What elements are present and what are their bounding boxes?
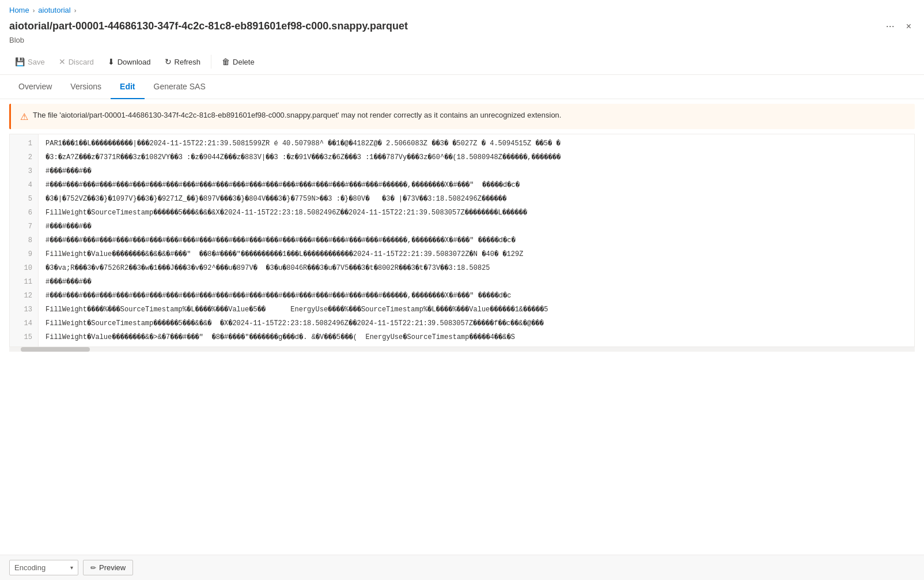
horizontal-scrollbar[interactable] <box>9 347 915 352</box>
code-line-9[interactable]: FillWeight�Value��������&�&�&�#���" ��8�… <box>39 247 914 261</box>
delete-label: Delete <box>233 58 255 66</box>
line-number-6: 6 <box>10 206 38 220</box>
line-number-14: 14 <box>10 317 38 330</box>
line-number-12: 12 <box>10 289 38 303</box>
page-header: aiotorial/part-00001-44686130-347f-4c2c-… <box>0 17 924 35</box>
line-numbers: 123456789101112131415 <box>10 134 39 347</box>
page-title: aiotorial/part-00001-44686130-347f-4c2c-… <box>9 20 883 32</box>
line-number-13: 13 <box>10 303 38 317</box>
code-line-2[interactable]: �3:�zA?Z���z�7371R���3z�1082VY��3 :�z�90… <box>39 150 914 164</box>
code-line-10[interactable]: �3�va;R���3�v�7526R2��3�w�1���J���3�v�92… <box>39 261 914 275</box>
tab-bar: Overview Versions Edit Generate SAS <box>0 75 924 99</box>
warning-text: The file 'aiotorial/part-00001-44686130-… <box>33 111 561 119</box>
breadcrumb-home[interactable]: Home <box>9 6 29 14</box>
warning-banner: ⚠ The file 'aiotorial/part-00001-4468613… <box>9 104 915 129</box>
delete-icon: 🗑 <box>222 57 230 66</box>
blob-label: Blob <box>0 35 924 49</box>
download-button[interactable]: ⬇ Download <box>102 54 157 70</box>
code-line-3[interactable]: #���#���#�� <box>39 164 914 178</box>
breadcrumb-aiotutorial[interactable]: aiotutorial <box>38 6 70 14</box>
discard-label: Discard <box>69 58 94 66</box>
discard-icon: ✕ <box>59 57 66 66</box>
more-options-button[interactable]: ··· <box>883 19 898 33</box>
refresh-label: Refresh <box>175 58 201 66</box>
code-content[interactable]: PAR1���1��L����������|���2024-11-15T22:2… <box>39 134 914 347</box>
line-number-2: 2 <box>10 150 38 164</box>
refresh-icon: ↻ <box>165 57 172 66</box>
line-number-11: 11 <box>10 275 38 289</box>
tab-generate-sas[interactable]: Generate SAS <box>145 75 215 99</box>
breadcrumb-chevron-2: › <box>74 7 77 14</box>
code-line-14[interactable]: FillWeight�SourceTimestamp������5���&�&�… <box>39 317 914 330</box>
code-line-5[interactable]: �3�|�752VZ��3�}�1097V}��3�}�9271Z_��}�89… <box>39 192 914 206</box>
code-line-1[interactable]: PAR1���1��L����������|���2024-11-15T22:2… <box>39 137 914 150</box>
breadcrumb: Home › aiotutorial › <box>0 0 924 17</box>
toolbar-separator <box>211 55 211 69</box>
code-line-7[interactable]: #���#���#�� <box>39 220 914 233</box>
editor[interactable]: 123456789101112131415 PAR1���1��L�������… <box>9 134 915 347</box>
save-icon: 💾 <box>15 57 25 66</box>
tab-overview[interactable]: Overview <box>9 75 61 99</box>
code-line-15[interactable]: FillWeight�Value��������&�>&�7���#���" �… <box>39 330 914 344</box>
tab-versions[interactable]: Versions <box>61 75 111 99</box>
line-number-15: 15 <box>10 330 38 344</box>
warning-icon: ⚠ <box>20 111 28 122</box>
tab-edit[interactable]: Edit <box>111 75 144 99</box>
code-line-12[interactable]: #���#���#���#���#���#���#���#���#���#���… <box>39 289 914 303</box>
page-title-actions: ··· × <box>883 19 915 33</box>
delete-button[interactable]: 🗑 Delete <box>216 54 260 70</box>
line-number-1: 1 <box>10 137 38 150</box>
line-number-7: 7 <box>10 220 38 233</box>
line-number-3: 3 <box>10 164 38 178</box>
discard-button[interactable]: ✕ Discard <box>53 54 100 70</box>
save-label: Save <box>28 58 45 66</box>
toolbar: 💾 Save ✕ Discard ⬇ Download ↻ Refresh 🗑 … <box>0 49 924 75</box>
code-line-8[interactable]: #���#���#���#���#���#���#���#���#���#���… <box>39 233 914 247</box>
save-button[interactable]: 💾 Save <box>9 54 51 70</box>
line-number-9: 9 <box>10 247 38 261</box>
code-line-11[interactable]: #���#���#�� <box>39 275 914 289</box>
download-label: Download <box>118 58 151 66</box>
close-button[interactable]: × <box>903 19 915 33</box>
line-number-10: 10 <box>10 261 38 275</box>
code-line-4[interactable]: #���#���#���#���#���#���#���#���#���#���… <box>39 178 914 192</box>
refresh-button[interactable]: ↻ Refresh <box>159 54 207 70</box>
code-line-13[interactable]: FillWeight����%���SourceTimestamp%�L����… <box>39 303 914 317</box>
line-number-4: 4 <box>10 178 38 192</box>
scrollbar-thumb[interactable] <box>21 347 90 352</box>
line-number-5: 5 <box>10 192 38 206</box>
code-line-6[interactable]: FillWeight�SourceTimestamp������5���&�&�… <box>39 206 914 220</box>
breadcrumb-chevron-1: › <box>33 7 35 14</box>
line-number-8: 8 <box>10 233 38 247</box>
download-icon: ⬇ <box>108 57 115 66</box>
